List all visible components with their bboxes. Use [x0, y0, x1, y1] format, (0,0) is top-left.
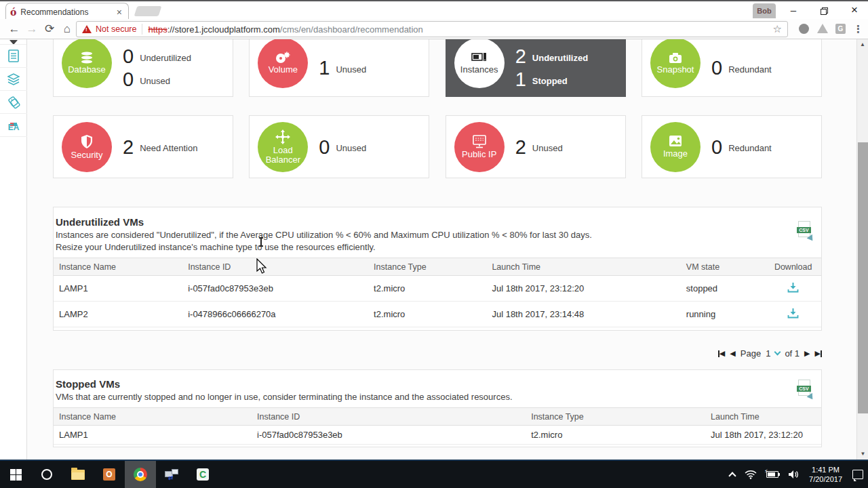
- extension-icon[interactable]: [799, 24, 809, 34]
- sidebar-item-ea[interactable]: EA: [0, 114, 27, 137]
- browser-toolbar: ← → ⟳ ⌂ ! Not secure https://store1.jccl…: [0, 19, 868, 39]
- snapshot-circle: Snapshot: [650, 39, 701, 88]
- tile-circle-label: Volume: [269, 65, 298, 75]
- instance-type-cell: t2.micro: [368, 283, 486, 293]
- tile-public-ip[interactable]: Public IP 2Unused: [446, 115, 626, 178]
- column-header: Instance Name: [54, 412, 252, 422]
- stopped-vms-section: Stopped VMs VMs that are currently stopp…: [53, 369, 822, 447]
- file-explorer-button[interactable]: [62, 461, 94, 488]
- mouse-cursor: [255, 258, 267, 274]
- last-page-button[interactable]: ▶: [815, 349, 822, 358]
- home-button[interactable]: ⌂: [58, 20, 76, 38]
- search-circle-icon: [41, 469, 52, 480]
- outlook-icon: O: [103, 468, 115, 481]
- forward-button[interactable]: →: [23, 20, 41, 38]
- instance-type-cell: t2.micro: [368, 309, 486, 319]
- page-select-chevron-icon[interactable]: [774, 349, 781, 356]
- image-icon: [668, 135, 683, 148]
- url-path: /cms/en/dashboard/recommendation: [280, 24, 423, 35]
- scroll-up-button[interactable]: ▲: [857, 39, 868, 50]
- sidebar-item-resources[interactable]: [0, 68, 27, 91]
- next-page-button[interactable]: ▶: [804, 349, 810, 358]
- address-bar[interactable]: ! Not secure https://store1.jccloudplatf…: [76, 21, 788, 37]
- load-balancer-circle: Load Balancer: [258, 122, 308, 172]
- tile-database[interactable]: Database 0Underutilized 0Unused: [53, 39, 233, 97]
- csv-export-button[interactable]: CSV: [797, 221, 813, 240]
- drive-extension-icon[interactable]: [817, 24, 828, 33]
- sidebar-item-reports[interactable]: [0, 45, 27, 68]
- database-icon: [79, 52, 94, 64]
- tile-circle-label: Snapshot: [657, 65, 694, 75]
- scrollbar-thumb[interactable]: [858, 142, 868, 413]
- tile-image[interactable]: Image 0Redundant: [642, 115, 822, 178]
- reload-button[interactable]: ⟳: [41, 20, 58, 38]
- remote-desktop-button[interactable]: ⇄: [156, 461, 187, 488]
- page-of-label: of 1: [785, 348, 800, 359]
- camtasia-button[interactable]: C: [187, 461, 218, 488]
- window-minimize-button[interactable]: –: [778, 1, 808, 20]
- instance-name-cell: LAMP1: [54, 283, 182, 293]
- launch-time-cell: Jul 18th 2017, 23:12:20: [705, 430, 821, 440]
- window-restore-button[interactable]: [808, 1, 838, 20]
- pagination: ◀ ◀ Page 1 of 1 ▶ ▶: [718, 348, 822, 359]
- sidebar-collapse-icon[interactable]: [0, 39, 26, 45]
- profile-badge[interactable]: Bob: [753, 3, 776, 18]
- speaker-icon: [788, 470, 799, 479]
- tray-overflow-button[interactable]: [725, 461, 740, 488]
- text-caret-cursor: [258, 237, 264, 247]
- g-extension-icon[interactable]: G: [835, 24, 846, 34]
- underutilized-vms-section: Underutilized VMs Instances are consider…: [53, 207, 822, 331]
- tile-security[interactable]: Security 2Need Attention: [53, 115, 233, 178]
- section-description-line1: Instances are considered "Underutilized"…: [56, 230, 592, 240]
- chrome-button[interactable]: [125, 461, 156, 488]
- app-sidebar: EA: [0, 39, 27, 460]
- vm-state-cell: running: [681, 309, 760, 319]
- browser-titlebar: ó Recommendations × Bob – ×: [0, 0, 868, 19]
- tile-instances[interactable]: Instances 2Underutilized 1Stopped: [446, 39, 626, 97]
- volume-tray-button[interactable]: [783, 461, 804, 488]
- start-button[interactable]: [0, 461, 31, 488]
- tile-snapshot[interactable]: Snapshot 0Redundant: [642, 39, 822, 97]
- csv-export-button[interactable]: CSV: [797, 380, 813, 399]
- tile-volume[interactable]: Volume 1Unused: [249, 39, 429, 97]
- browser-menu-icon[interactable]: ⋮: [853, 20, 863, 38]
- action-center-icon: [852, 470, 863, 479]
- camera-icon: [668, 52, 683, 64]
- stat-count: 0: [123, 45, 134, 67]
- window-close-button[interactable]: ×: [840, 1, 868, 20]
- bookmark-star-icon[interactable]: ☆: [773, 23, 782, 35]
- csv-label: CSV: [797, 386, 811, 392]
- section-description-line2: Resize your Underutilized instance's mac…: [56, 242, 376, 252]
- underutilized-table: Instance Name Instance ID Instance Type …: [54, 258, 821, 327]
- taskbar-clock[interactable]: 1:41 PM 7/20/2017: [804, 465, 848, 484]
- outlook-button[interactable]: O: [94, 461, 125, 488]
- volume-icon: [275, 52, 290, 64]
- wifi-button[interactable]: [740, 461, 762, 488]
- table-header-row: Instance Name Instance ID Instance Type …: [54, 407, 821, 426]
- back-button[interactable]: ←: [5, 20, 23, 38]
- previous-page-button[interactable]: ◀: [730, 349, 735, 358]
- tab-close-icon[interactable]: ×: [115, 7, 124, 18]
- first-page-button[interactable]: ◀: [718, 349, 725, 358]
- scroll-down-button[interactable]: ▼: [857, 449, 868, 460]
- column-header: Instance Type: [368, 262, 486, 272]
- cortana-search-button[interactable]: [31, 461, 62, 488]
- download-icon[interactable]: [787, 308, 799, 319]
- action-center-button[interactable]: [848, 461, 868, 488]
- sidebar-item-tags[interactable]: [0, 91, 27, 114]
- new-tab-button[interactable]: [134, 6, 162, 16]
- launch-time-cell: Jul 18th 2017, 23:12:20: [486, 283, 680, 293]
- column-header: VM state: [681, 262, 760, 272]
- power-button[interactable]: ⚡: [762, 461, 783, 488]
- stat-label: Redundant: [728, 64, 772, 75]
- tile-load-balancer[interactable]: Load Balancer 0Unused: [249, 115, 429, 178]
- screen: ó Recommendations × Bob – × ← → ⟳ ⌂ ! No…: [0, 0, 868, 488]
- dashboard-content: Database 0Underutilized 0Unused Volume 1…: [28, 39, 856, 460]
- page-scrollbar[interactable]: ▲ ▼: [856, 39, 868, 460]
- browser-tab[interactable]: ó Recommendations ×: [5, 3, 129, 20]
- tile-circle-label: Instances: [460, 65, 498, 75]
- section-title: Underutilized VMs: [56, 216, 144, 228]
- download-icon[interactable]: [787, 282, 799, 293]
- stopped-table: Instance Name Instance ID Instance Type …: [54, 407, 821, 445]
- page-label: Page: [741, 348, 761, 359]
